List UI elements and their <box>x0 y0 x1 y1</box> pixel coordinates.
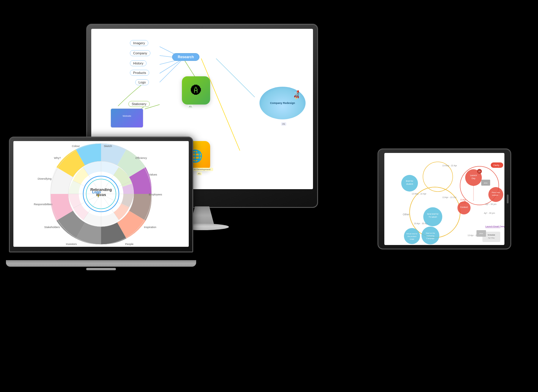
laptop-trackpad <box>86 268 116 270</box>
imagery-node: Imagery <box>130 40 148 46</box>
svg-text:Sketch: Sketch <box>104 145 112 148</box>
svg-text:13 May - 22 Apr: 13 May - 22 Apr <box>442 165 457 167</box>
svg-text:13 Oct: 13 Oct <box>460 202 466 204</box>
svg-line-7 <box>201 59 240 151</box>
svg-text:Colour: Colour <box>72 145 80 148</box>
svg-text:13 May - 22 Apr: 13 May - 22 Apr <box>412 193 427 195</box>
svg-line-8 <box>216 59 255 97</box>
products-node: Products <box>130 70 149 76</box>
company-node: Company <box>130 50 150 56</box>
tablet-screen: 13 May - 22 Apr 13 Apr - 13 Oct 20 Apr -… <box>384 153 504 245</box>
svg-text:Efficiency: Efficiency <box>136 157 147 159</box>
svg-text:Values: Values <box>149 173 157 176</box>
svg-text:TV advert: TV advert <box>429 216 437 218</box>
logo-node: Logo <box>135 79 149 85</box>
svg-text:13 Apr -: 13 Apr - <box>460 199 468 201</box>
laptop-lid: Logo 💡 Rebranding Ideas Sketch Efficienc… <box>9 137 193 252</box>
svg-text:photo: photo <box>479 233 483 234</box>
svg-text:Clarify...: Clarify... <box>493 164 501 167</box>
svg-text:website...: website... <box>492 194 500 196</box>
svg-text:Launch Email Campaign: Launch Email Campaign <box>485 225 504 228</box>
research-node: Research <box>172 53 199 61</box>
monitor-stand-neck <box>190 206 214 224</box>
laptop: Logo 💡 Rebranding Ideas Sketch Efficienc… <box>9 137 193 261</box>
svg-text:Diversifying: Diversifying <box>38 177 52 180</box>
svg-text:Employees: Employees <box>149 193 162 196</box>
svg-text:Why?: Why? <box>54 157 61 159</box>
laptop-screen: Logo 💡 Rebranding Ideas Sketch Efficienc… <box>13 141 189 247</box>
svg-text:20: 20 <box>478 170 481 173</box>
svg-text:student: student <box>406 183 413 185</box>
stationery-node: Stationery <box>128 101 150 107</box>
svg-text:Send brief for: Send brief for <box>427 213 439 215</box>
svg-text:photo: photo <box>484 182 488 184</box>
laptop-base <box>6 260 196 267</box>
svg-text:Investors: Investors <box>66 243 77 246</box>
svg-text:Ap* - 30 pm: Ap* - 30 pm <box>485 203 496 206</box>
website-thumbnail: Website <box>111 108 143 128</box>
svg-text:Conduct: Conduct <box>460 206 468 208</box>
svg-text:Launch: Launch <box>470 174 477 176</box>
svg-text:Responsibilities: Responsibilities <box>34 203 53 206</box>
svg-text:the product: the product <box>408 235 416 237</box>
tablet: 13 May - 22 Apr 13 Apr - 13 Oct 20 Apr -… <box>377 148 511 249</box>
svg-text:New: New <box>98 246 104 247</box>
history-node: History <box>130 60 147 66</box>
svg-text:Day: Day <box>472 177 476 180</box>
svg-line-4 <box>160 59 183 82</box>
svg-text:range: range <box>410 238 414 240</box>
svg-text:Inspiration: Inspiration <box>144 226 156 229</box>
svg-text:Virtual new-to-: Virtual new-to- <box>406 233 418 235</box>
laptop-mindmap: Logo 💡 Rebranding Ideas Sketch Efficienc… <box>13 141 189 247</box>
svg-text:Schedule: Schedule <box>487 234 495 236</box>
tablet-frame: 13 May - 22 Apr 13 Apr - 13 Oct 20 Apr -… <box>377 148 511 249</box>
svg-text:Ap* - 30 pm: Ap* - 30 pm <box>484 212 495 214</box>
svg-text:Brief for: Brief for <box>406 180 413 182</box>
svg-text:Stakeholders: Stakeholders <box>44 226 60 229</box>
svg-text:Other: Other <box>403 213 410 216</box>
svg-text:marketing: marketing <box>427 235 434 237</box>
svg-text:13 Apr - 13 Oct: 13 Apr - 13 Oct <box>442 196 456 199</box>
svg-text:Apr-May: Apr-May <box>488 237 495 239</box>
monitor-camera <box>201 26 203 28</box>
tablet-home-button[interactable] <box>507 195 509 203</box>
svg-text:Deal on the: Deal on the <box>426 232 435 234</box>
company-redesign-node: Company Redesign 🚀 <box>259 87 307 122</box>
svg-text:Campaign: Campaign <box>426 238 434 239</box>
svg-text:Plans new: Plans new <box>492 192 500 193</box>
elements-icon: 🅐 <box>182 76 210 105</box>
svg-text:People: People <box>125 243 133 246</box>
